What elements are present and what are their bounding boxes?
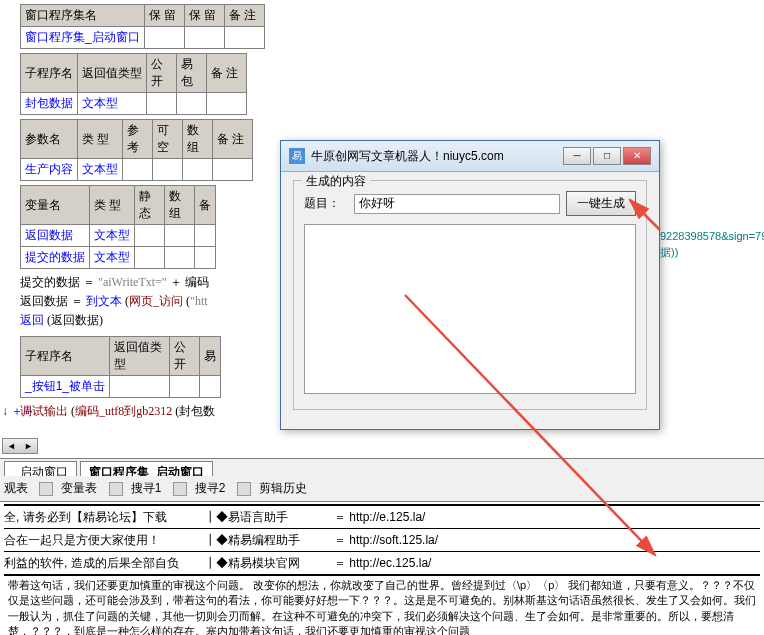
overflow-text: 9228398578&sign=79F12AFF47 <box>660 230 764 242</box>
topic-input[interactable] <box>354 194 560 214</box>
footer-link-row: 利益的软件, 造成的后果全部自负┃◆精易模块官网＝ http://ec.125.… <box>4 554 760 572</box>
topic-label: 题目： <box>304 195 354 212</box>
toolbar-item[interactable]: 剪辑历史 <box>259 481 307 495</box>
generated-text: 带着这句话，我们还要更加慎重的审视这个问题。 改变你的想法，你就改变了自己的世界… <box>4 576 760 635</box>
group-label: 生成的内容 <box>302 173 370 190</box>
dialog-title-text: 牛原创网写文章机器人！niuyc5.com <box>311 148 561 165</box>
dialog-window: 易 牛原创网写文章机器人！niuyc5.com ─ □ ✕ 生成的内容 题目： … <box>280 140 660 430</box>
output-textarea[interactable] <box>304 224 636 394</box>
footer-link-row: 全, 请务必到【精易论坛】下载┃◆易语言助手＝ http://e.125.la/ <box>4 508 760 526</box>
footer-link-row: 合在一起只是方便大家使用！┃◆精易编程助手＝ http://soft.125.l… <box>4 531 760 549</box>
table-params: 参数名类 型参考可空数组备 注 生产内容文本型 <box>20 119 253 181</box>
overflow-text: 据)) <box>660 245 678 260</box>
close-button[interactable]: ✕ <box>623 147 651 165</box>
assembly-name[interactable]: 窗口程序集_启动窗口 <box>21 27 145 49</box>
toolbar-item[interactable]: 变量表 <box>61 481 97 495</box>
toolbar-item[interactable]: 搜寻2 <box>195 481 226 495</box>
minimize-button[interactable]: ─ <box>563 147 591 165</box>
toolbar-item[interactable]: 搜寻1 <box>131 481 162 495</box>
scroll-buttons[interactable]: ◄► <box>2 438 38 454</box>
search-icon <box>109 482 123 496</box>
search-icon <box>173 482 187 496</box>
toolbar-item[interactable]: 观表 <box>4 481 28 495</box>
clip-icon <box>237 482 251 496</box>
table-subroutine2: 子程序名返回值类型公开易 _按钮1_被单击 <box>20 336 221 398</box>
table-subroutine: 子程序名返回值类型公开易包备 注 封包数据文本型 <box>20 53 247 115</box>
table-vars: 变量名类 型静态数组备 返回数据文本型 提交的数据文本型 <box>20 185 216 269</box>
table-assembly: 窗口程序集名保 留保 留备 注 窗口程序集_启动窗口 <box>20 4 265 49</box>
dialog-titlebar[interactable]: 易 牛原创网写文章机器人！niuyc5.com ─ □ ✕ <box>281 141 659 172</box>
app-icon: 易 <box>289 148 305 164</box>
generate-button[interactable]: 一键生成 <box>566 191 636 216</box>
maximize-button[interactable]: □ <box>593 147 621 165</box>
vars-icon <box>39 482 53 496</box>
